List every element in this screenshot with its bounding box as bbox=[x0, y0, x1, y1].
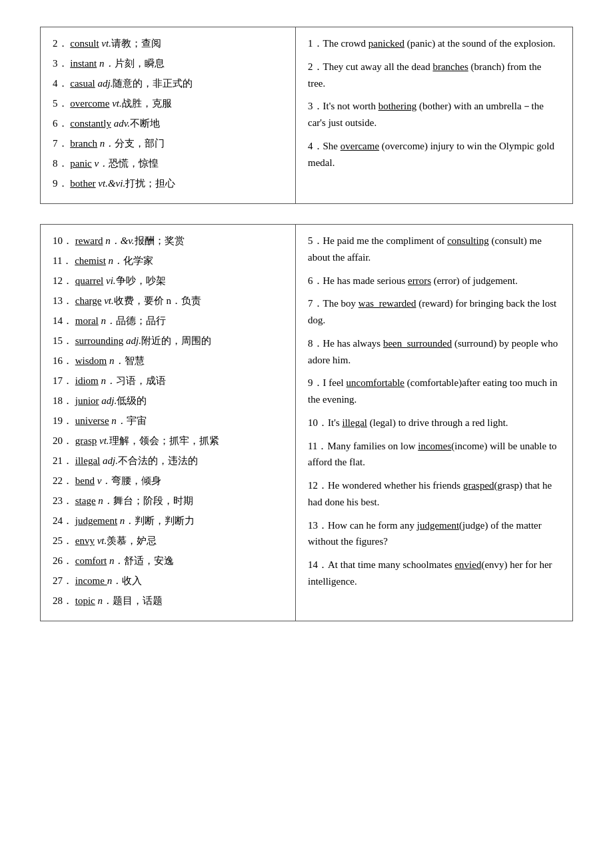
table-2-left: 10． reward n．&v.报酬；奖赏11． chemist n．化学家12… bbox=[41, 225, 296, 621]
sentence-item: 3．It's not worth bothering (bother) with… bbox=[308, 98, 560, 131]
vocab-item: 5． overcome vt.战胜，克服 bbox=[53, 95, 283, 111]
vocab-item: 8． panic v．恐慌，惊惶 bbox=[53, 155, 283, 171]
sentence-item: 10．It's illegal (legal) to drive through… bbox=[308, 415, 560, 431]
vocab-item: 2． consult vt.请教；查阅 bbox=[53, 35, 283, 51]
vocab-item: 17． idiom n．习语，成语 bbox=[53, 373, 283, 389]
sentence-item: 8．He has always been_surrounded (surroun… bbox=[308, 335, 560, 369]
vocab-item: 7． branch n．分支，部门 bbox=[53, 135, 283, 151]
table-2: 10． reward n．&v.报酬；奖赏11． chemist n．化学家12… bbox=[40, 224, 573, 621]
vocab-item: 26． comfort n．舒适，安逸 bbox=[53, 553, 283, 569]
sentence-item: 4．She overcame (overcome) injury to win … bbox=[308, 138, 560, 171]
vocab-item: 16． wisdom n．智慧 bbox=[53, 353, 283, 369]
vocab-item: 10． reward n．&v.报酬；奖赏 bbox=[53, 233, 283, 249]
vocab-item: 25． envy vt.羡慕，妒忌 bbox=[53, 533, 283, 549]
vocab-item: 20． grasp vt.理解，领会；抓牢，抓紧 bbox=[53, 433, 283, 449]
vocab-item: 13． charge vt.收费，要价 n．负责 bbox=[53, 293, 283, 309]
vocab-item: 24． judgement n．判断，判断力 bbox=[53, 513, 283, 529]
vocab-item: 28． topic n．题目，话题 bbox=[53, 593, 283, 609]
vocab-item: 18． junior adj.低级的 bbox=[53, 393, 283, 409]
vocab-item: 4． casual adj.随意的，非正式的 bbox=[53, 75, 283, 91]
vocab-item: 23． stage n．舞台；阶段，时期 bbox=[53, 493, 283, 509]
vocab-item: 19． universe n．宇宙 bbox=[53, 413, 283, 429]
sentence-item: 11．Many families on low incomes(income) … bbox=[308, 438, 560, 471]
sentence-item: 2．They cut away all the dead branches (b… bbox=[308, 59, 560, 92]
sentence-item: 9．I feel uncomfortable (comfortable)afte… bbox=[308, 375, 560, 408]
table-2-right: 5．He paid me the compliment of consultin… bbox=[296, 225, 572, 621]
sentence-item: 12．He wondered whether his friends grasp… bbox=[308, 477, 560, 511]
table-2-row: 10． reward n．&v.报酬；奖赏11． chemist n．化学家12… bbox=[41, 225, 572, 621]
vocab-item: 12． quarrel vi.争吵，吵架 bbox=[53, 273, 283, 289]
vocab-item: 22． bend v．弯腰，倾身 bbox=[53, 473, 283, 489]
vocab-item: 11． chemist n．化学家 bbox=[53, 253, 283, 269]
vocab-item: 6． constantly adv.不断地 bbox=[53, 115, 283, 131]
sentence-item: 6．He has made serious errors (error) of … bbox=[308, 273, 560, 289]
vocab-item: 14． moral n．品德；品行 bbox=[53, 313, 283, 329]
vocab-item: 9． bother vt.&vi.打扰；担心 bbox=[53, 175, 283, 191]
sentence-item: 7．The boy was_rewarded (reward) for brin… bbox=[308, 295, 560, 329]
vocab-item: 27． income n．收入 bbox=[53, 573, 283, 589]
table-1-right: 1．The crowd panicked (panic) at the soun… bbox=[296, 27, 572, 203]
table-1: 2． consult vt.请教；查阅3． instant n．片刻，瞬息4． … bbox=[40, 27, 573, 204]
vocab-item: 15． surrounding adj.附近的，周围的 bbox=[53, 333, 283, 349]
sentence-item: 13．How can he form any judgement(judge) … bbox=[308, 517, 560, 551]
sentence-item: 14．At that time many schoolmates envied(… bbox=[308, 557, 560, 590]
vocab-item: 3． instant n．片刻，瞬息 bbox=[53, 55, 283, 71]
sentence-item: 1．The crowd panicked (panic) at the soun… bbox=[308, 35, 560, 52]
table-1-row: 2． consult vt.请教；查阅3． instant n．片刻，瞬息4． … bbox=[41, 27, 572, 203]
vocab-item: 21． illegal adj.不合法的，违法的 bbox=[53, 453, 283, 469]
sentence-item: 5．He paid me the compliment of consultin… bbox=[308, 233, 560, 266]
table-1-left: 2． consult vt.请教；查阅3． instant n．片刻，瞬息4． … bbox=[41, 27, 296, 203]
